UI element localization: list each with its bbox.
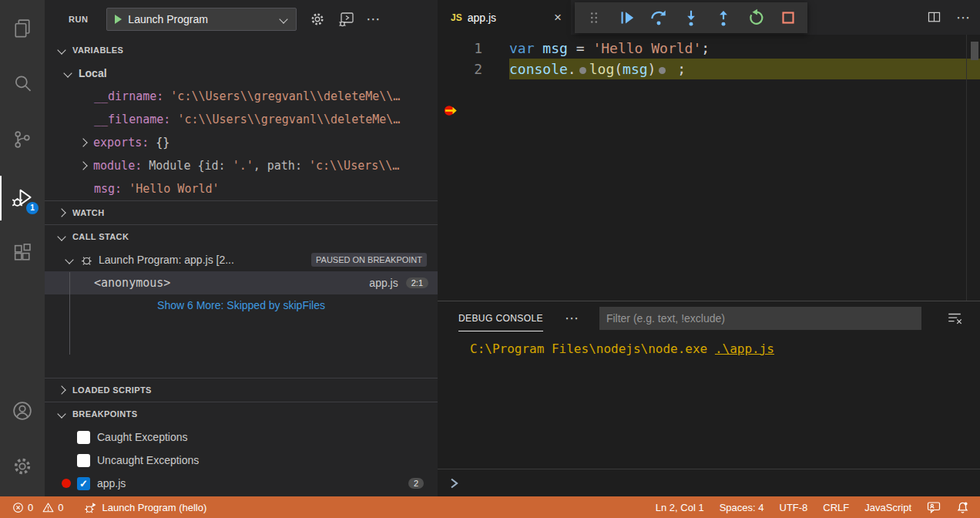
stack-frame-row-selected[interactable]: <anonymous> app.js 2:1 [45,271,438,294]
status-bar: 0 0 Launch Program (hello) Ln 2, Col 1 [0,496,980,518]
launch-config-dropdown[interactable]: Launch Program [106,8,297,31]
tree-indent-guide [69,272,70,355]
frame-position-badge: 2:1 [406,278,428,288]
breakpoint-dot-icon [62,479,71,488]
variable-value: 'c:\\Users\\gregvanl\\deleteMe\… [177,113,400,126]
file-encoding[interactable]: UTF-8 [780,502,808,513]
chevron-down-icon [65,255,73,264]
vscode-window: 1 RUN Launch Program [0,0,980,518]
notifications-bell-icon[interactable] [956,501,969,514]
indentation[interactable]: Spaces: 4 [720,502,764,513]
tab-appjs[interactable]: JS app.js × [438,0,571,35]
chevron-down-icon [57,45,65,54]
cursor-position[interactable]: Ln 2, Col 1 [656,502,704,513]
explorer-icon[interactable] [0,6,45,49]
scope-local-row[interactable]: Local [45,62,438,85]
variable-row[interactable]: __dirname: 'c:\\Users\\gregvanl\\deleteM… [45,85,438,108]
step-out-icon[interactable] [712,6,735,29]
variable-name: exports: [93,136,156,150]
problems-errors[interactable]: 0 [12,502,33,513]
panel-more-actions-icon[interactable]: ⋯ [565,310,579,327]
show-more-link[interactable]: Show 6 More: Skipped by skipFiles [45,294,438,316]
editor-scrollbar-thumb[interactable] [971,42,978,60]
code-area[interactable]: 1var msg = 'Hello World'; 2console.log(m… [438,35,980,301]
run-and-debug-icon[interactable]: 1 [0,176,45,219]
checkbox-unchecked[interactable] [77,454,90,467]
step-over-icon[interactable] [647,6,670,29]
step-into-icon[interactable] [680,6,703,29]
breakpoint-label: Caught Exceptions [97,431,188,443]
variable-row-exports[interactable]: exports: {} [45,131,438,154]
section-title: CALL STACK [72,232,129,241]
launch-config-label: Launch Program [128,13,280,25]
account-icon[interactable] [0,389,45,432]
section-title: VARIABLES [72,45,123,55]
console-filter-input[interactable] [599,307,921,330]
variables-section-header[interactable]: VARIABLES [45,39,438,62]
sidebar-title: RUN [69,15,88,24]
checkbox-unchecked[interactable] [77,431,90,444]
split-editor-icon[interactable] [926,9,942,25]
variable-value: 'Hello World' [129,182,219,196]
configure-gear-icon[interactable] [309,11,326,28]
checkbox-checked[interactable]: ✓ [77,477,90,490]
inline-breakpoint-dot[interactable] [659,67,666,74]
paused-breakpoint-icon[interactable] [443,62,526,159]
debug-console-toggle-icon[interactable] [337,10,355,29]
variable-row-msg[interactable]: msg: 'Hello World' [45,177,438,200]
code-line-2-current: 2console.log(msg) ; [438,59,980,79]
feedback-icon[interactable] [927,501,941,513]
variable-row-module[interactable]: module: Module {id: '.', path: 'c:\\User… [45,154,438,177]
variable-name: __filename: [94,113,177,126]
line-number: 1 [438,38,482,59]
stop-icon[interactable] [777,6,800,29]
breakpoints-section-header[interactable]: BREAKPOINTS [45,402,438,426]
variable-row[interactable]: __filename: 'c:\\Users\\gregvanl\\delete… [45,108,438,131]
console-file-link[interactable]: .\app.js [715,341,774,356]
frame-name: <anonymous> [94,276,170,290]
warning-icon [42,502,54,513]
more-actions-icon[interactable]: ⋯ [366,11,381,28]
extensions-icon[interactable] [0,231,45,274]
tab-debug-console[interactable]: DEBUG CONSOLE [458,313,543,331]
variable-name: msg: [94,182,129,196]
clear-console-icon[interactable] [946,310,963,327]
language-mode[interactable]: JavaScript [864,502,911,513]
call-stack-section-header[interactable]: CALL STACK [45,224,438,248]
inline-breakpoint-dot[interactable] [579,67,586,74]
chevron-down-icon [63,69,72,77]
settings-gear-icon[interactable] [0,445,45,488]
frame-file: app.js [369,277,398,289]
debug-session-row[interactable]: Launch Program: app.js [2... PAUSED ON B… [45,248,438,271]
bug-icon [80,254,93,267]
restart-icon[interactable] [744,6,767,29]
close-icon[interactable]: × [554,10,562,25]
problems-warnings[interactable]: 0 [42,502,63,513]
chevron-down-icon [280,15,288,23]
console-input-row[interactable] [438,469,980,496]
start-debug-icon[interactable] [115,15,122,24]
continue-icon[interactable] [615,6,638,29]
source-control-icon[interactable] [0,118,45,161]
toolbar-drag-grip[interactable] [582,6,606,29]
chevron-right-icon [57,208,65,217]
loaded-scripts-section-header[interactable]: LOADED SCRIPTS [45,378,438,402]
breakpoint-label: app.js [97,477,126,489]
paused-badge: PAUSED ON BREAKPOINT [311,253,427,267]
editor-more-actions-icon[interactable]: ⋯ [956,9,971,26]
search-icon[interactable] [0,62,45,105]
debug-session-icon [84,501,97,514]
scope-label: Local [79,67,107,79]
panel-header: DEBUG CONSOLE ⋯ [438,301,980,335]
sidebar-empty-space [45,316,438,378]
breakpoint-row-appjs[interactable]: ✓ app.js 2 [45,472,438,495]
debug-toolbar [575,2,807,33]
code-line-1: 1var msg = 'Hello World'; [438,38,980,59]
active-debug-session[interactable]: Launch Program (hello) [84,501,206,514]
breakpoint-row-caught[interactable]: Caught Exceptions [45,426,438,449]
breakpoint-row-uncaught[interactable]: Uncaught Exceptions [45,449,438,472]
end-of-line[interactable]: CRLF [823,502,849,513]
watch-section-header[interactable]: WATCH [45,200,438,224]
error-icon [12,502,24,513]
section-title: LOADED SCRIPTS [72,385,152,395]
